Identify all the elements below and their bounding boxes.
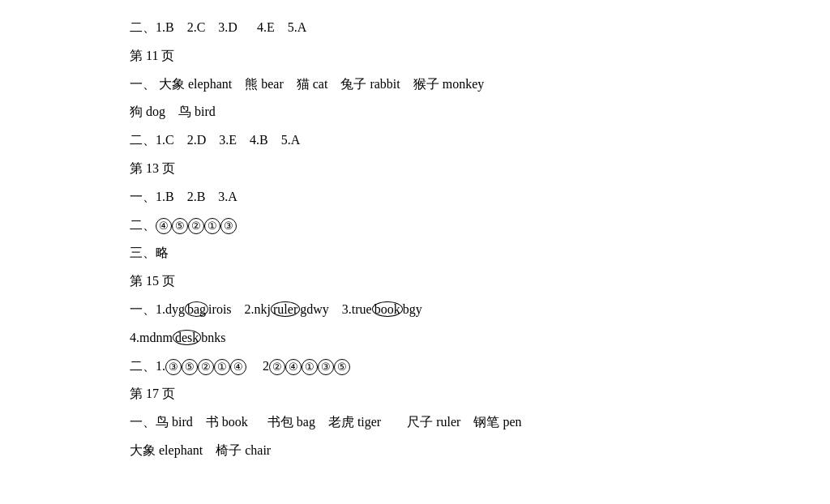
page-15-section-1: 一、1.dygbagirois 2.nkjrulergdwy 3.trueboo… [130,298,700,322]
page-13-header: 第 13 页 [130,157,700,181]
highlighted-bag: bag [185,301,208,317]
circle-4a: ④ [230,359,246,375]
page-17-section-1: 一、鸟 bird 书 book 书包 bag 老虎 tiger 尺子 ruler… [130,411,700,434]
highlighted-ruler: ruler [271,301,300,317]
circle-3b: ③ [318,359,334,375]
circle-4: ④ [156,218,172,234]
page-13-section-2: 二、④⑤②①③ [130,214,700,237]
circle-5b: ⑤ [334,359,350,375]
page-11-section-1: 一、 大象 elephant 熊 bear 猫 cat 兔子 rabbit 猴子… [130,73,700,96]
page-11-section-1b: 狗 dog 鸟 bird [130,100,700,124]
page-11-section-2: 二、1.C 2.D 3.E 4.B 5.A [130,129,700,152]
page-13-section-3: 三、略 [130,241,700,265]
page-15-section-1b: 4.mdnmdeskbnks [130,327,700,350]
circle-2b: ② [269,359,285,375]
circle-5a: ⑤ [182,359,198,375]
highlighted-book: book [372,301,403,317]
circle-2a: ② [198,359,214,375]
line-1: 二、1.B 2.C 3.D 4.E 5.A [130,16,700,40]
page-15-section-2: 二、1.③⑤②①④ 2②④①③⑤ [130,355,700,378]
main-content: 二、1.B 2.C 3.D 4.E 5.A 第 11 页 一、 大象 eleph… [130,16,700,463]
page-11-header: 第 11 页 [130,45,700,68]
page-17-header: 第 17 页 [130,382,700,406]
page-13-section-1: 一、1.B 2.B 3.A [130,186,700,209]
circle-5: ⑤ [172,218,188,234]
circle-1: ① [204,218,220,234]
circle-4b: ④ [285,359,302,375]
circle-2: ② [188,218,204,234]
circle-1b: ① [302,359,318,375]
page-17-section-1b: 大象 elephant 椅子 chair [130,439,700,463]
circle-1a: ① [214,359,230,375]
circle-3a: ③ [165,359,182,375]
page-15-header: 第 15 页 [130,270,700,293]
highlighted-desk: desk [173,330,201,345]
circle-3: ③ [220,218,237,234]
